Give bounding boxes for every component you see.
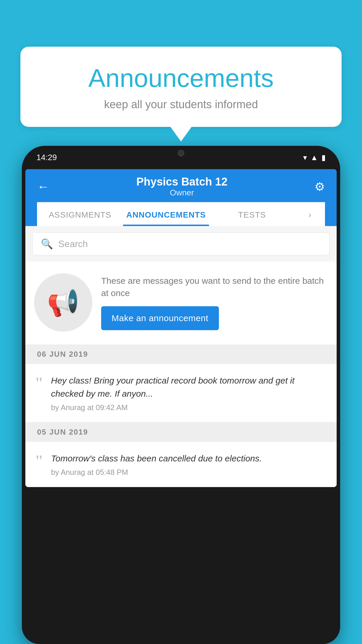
notch	[155, 146, 207, 160]
batch-role: Owner	[136, 188, 228, 197]
announcement-content-1: Hey class! Bring your practical record b…	[51, 374, 327, 412]
promo-right: These are messages you want to send to t…	[101, 275, 328, 330]
promo-description: These are messages you want to send to t…	[101, 275, 328, 299]
back-button[interactable]: ←	[37, 180, 49, 194]
announcement-item-2[interactable]: " Tomorrow's class has been cancelled du…	[25, 442, 337, 487]
announcement-text-1: Hey class! Bring your practical record b…	[51, 374, 327, 400]
speech-bubble: Announcements keep all your students inf…	[20, 47, 342, 127]
settings-icon[interactable]: ⚙	[314, 180, 325, 193]
search-placeholder: Search	[58, 239, 88, 249]
date-divider-2: 05 JUN 2019	[25, 422, 337, 442]
batch-title: Physics Batch 12	[136, 176, 228, 188]
tabs-row: ASSIGNMENTS ANNOUNCEMENTS TESTS ›	[37, 202, 325, 226]
phone-frame: 14:29 ▾ ▲ ▮ ← Physics Batch 12 Owner ⚙ A…	[22, 146, 340, 644]
status-time: 14:29	[36, 153, 57, 162]
quote-icon-1: "	[35, 375, 43, 391]
search-container: 🔍 Search	[25, 226, 337, 262]
bubble-title: Announcements	[35, 64, 327, 92]
battery-icon: ▮	[321, 153, 326, 162]
search-icon: 🔍	[41, 238, 53, 250]
header-title-block: Physics Batch 12 Owner	[136, 176, 228, 197]
search-bar[interactable]: 🔍 Search	[32, 232, 330, 255]
make-announcement-button[interactable]: Make an announcement	[101, 306, 219, 330]
announcement-meta-2: by Anurag at 05:48 PM	[51, 468, 327, 477]
megaphone-icon: 📢	[47, 287, 80, 318]
announcement-content-2: Tomorrow's class has been cancelled due …	[51, 452, 327, 477]
announcement-text-2: Tomorrow's class has been cancelled due …	[51, 452, 327, 465]
bubble-subtitle: keep all your students informed	[35, 98, 327, 111]
tab-more[interactable]: ›	[295, 202, 325, 226]
signal-icon: ▲	[310, 153, 318, 162]
tab-tests[interactable]: TESTS	[209, 202, 295, 226]
promo-section: 📢 These are messages you want to send to…	[25, 262, 337, 344]
status-icons: ▾ ▲ ▮	[303, 153, 326, 162]
tab-assignments[interactable]: ASSIGNMENTS	[37, 202, 123, 226]
app-header: ← Physics Batch 12 Owner ⚙ ASSIGNMENTS A…	[25, 169, 337, 226]
announcement-item-1[interactable]: " Hey class! Bring your practical record…	[25, 364, 337, 422]
wifi-icon: ▾	[303, 153, 307, 162]
phone-screen: ← Physics Batch 12 Owner ⚙ ASSIGNMENTS A…	[25, 169, 337, 487]
header-row: ← Physics Batch 12 Owner ⚙	[37, 176, 325, 202]
status-bar: 14:29 ▾ ▲ ▮	[22, 146, 340, 169]
date-divider-1: 06 JUN 2019	[25, 344, 337, 364]
announcement-meta-1: by Anurag at 09:42 AM	[51, 403, 327, 412]
speech-bubble-container: Announcements keep all your students inf…	[20, 47, 342, 127]
camera-dot	[178, 150, 184, 156]
promo-icon-circle: 📢	[34, 273, 92, 332]
quote-icon-2: "	[35, 453, 43, 469]
tab-announcements[interactable]: ANNOUNCEMENTS	[123, 202, 209, 226]
